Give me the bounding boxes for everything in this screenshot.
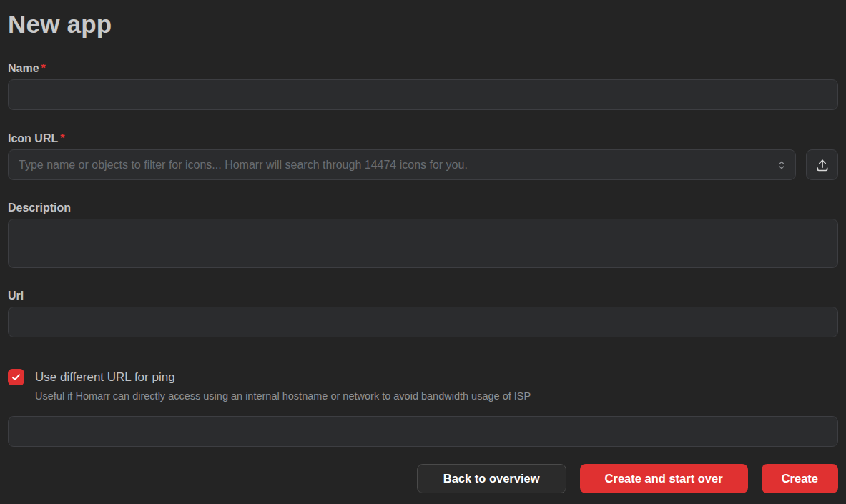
- back-to-overview-button[interactable]: Back to overview: [417, 464, 566, 493]
- create-and-start-over-button[interactable]: Create and start over: [580, 464, 748, 493]
- upload-icon: [815, 158, 830, 172]
- required-asterisk: *: [60, 132, 64, 144]
- ping-url-input[interactable]: [8, 416, 838, 447]
- page-title: New app: [8, 10, 838, 39]
- icon-search-input[interactable]: [8, 149, 796, 180]
- url-input[interactable]: [8, 307, 838, 337]
- create-button[interactable]: Create: [762, 464, 838, 493]
- icon-url-field-group: Icon URL*: [8, 132, 838, 180]
- form-actions: Back to overview Create and start over C…: [8, 464, 838, 493]
- description-textarea[interactable]: [8, 219, 838, 268]
- name-input[interactable]: [8, 79, 838, 110]
- new-app-form: New app Name* Icon URL*: [0, 0, 846, 493]
- required-asterisk: *: [41, 62, 46, 74]
- description-label: Description: [8, 202, 838, 214]
- upload-icon-button[interactable]: [806, 149, 838, 180]
- ping-checkbox-label[interactable]: Use different URL for ping: [35, 370, 175, 385]
- ping-checkbox[interactable]: [8, 369, 24, 385]
- ping-helper-text: Useful if Homarr can directly access usi…: [35, 390, 838, 402]
- url-label: Url: [8, 290, 838, 302]
- icon-url-label: Icon URL*: [8, 132, 838, 145]
- ping-section: Use different URL for ping Useful if Hom…: [8, 369, 838, 447]
- description-field-group: Description: [8, 202, 838, 268]
- name-field-group: Name*: [8, 62, 838, 110]
- check-icon: [11, 372, 21, 382]
- icon-select-wrap: [8, 149, 796, 180]
- url-field-group: Url: [8, 290, 838, 337]
- name-label: Name*: [8, 62, 838, 75]
